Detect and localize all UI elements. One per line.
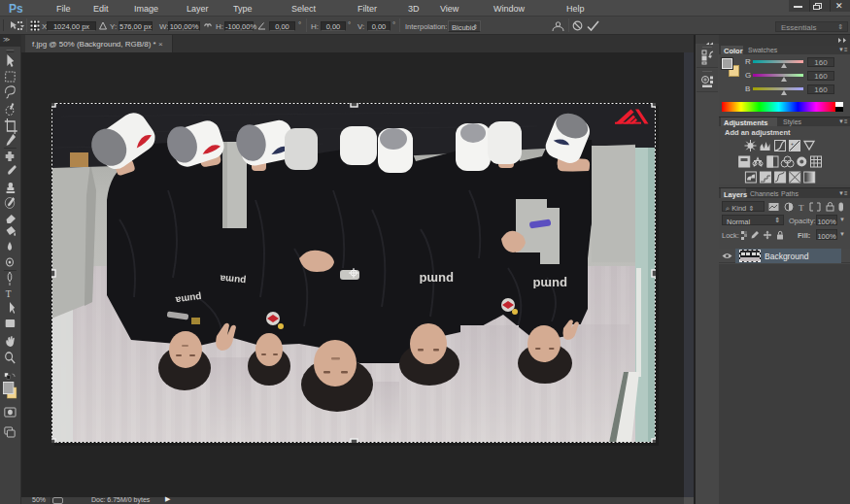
svg-text:pumd: pumd [420, 272, 454, 286]
svg-text:T: T [6, 287, 12, 299]
svg-text:+: + [791, 141, 794, 147]
svg-text:pumd: pumd [533, 277, 567, 291]
svg-text:T: T [799, 203, 804, 213]
